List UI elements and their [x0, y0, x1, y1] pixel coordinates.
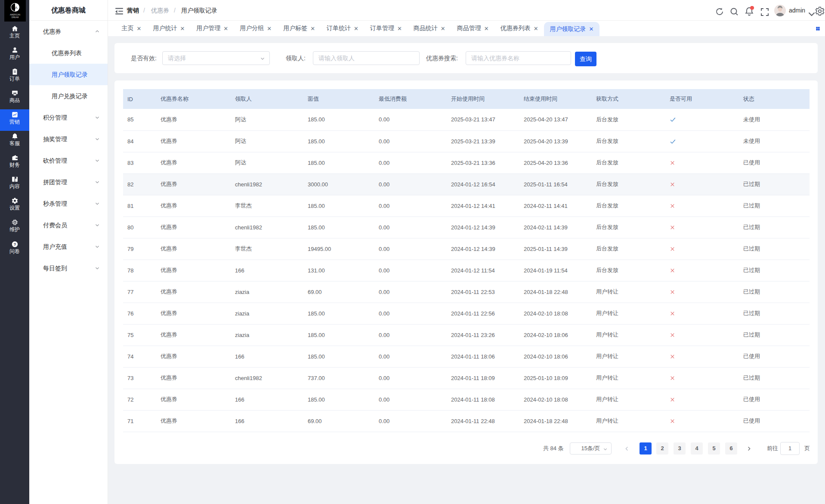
svg-text:A: A: [15, 6, 17, 10]
svg-text:?: ?: [13, 242, 16, 247]
svg-text:DREAM: DREAM: [12, 16, 19, 19]
svg-text:AMERICAN: AMERICAN: [10, 14, 20, 16]
